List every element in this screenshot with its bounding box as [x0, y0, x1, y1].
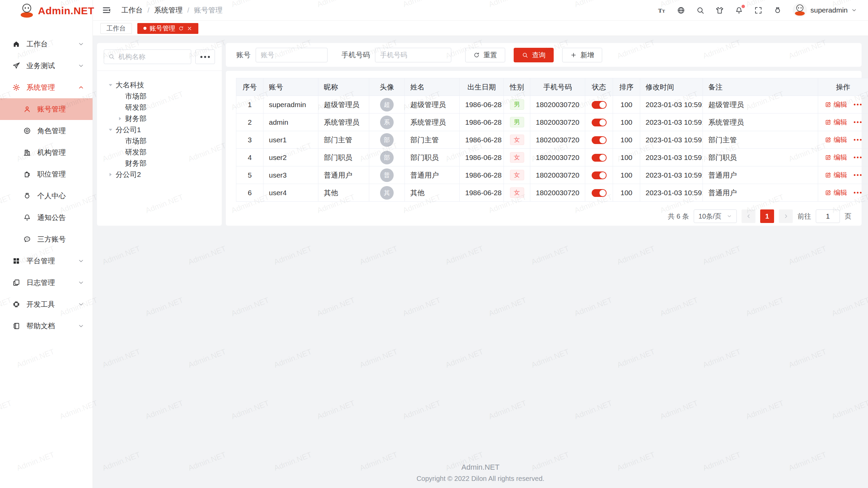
- org-more-button[interactable]: [195, 49, 215, 64]
- edit-button-label: 编辑: [834, 135, 847, 144]
- page-1-button[interactable]: 1: [760, 209, 774, 223]
- tab-active[interactable]: 账号管理: [137, 23, 198, 34]
- reset-button[interactable]: 重置: [465, 48, 505, 62]
- caret-down-icon[interactable]: [108, 82, 113, 88]
- close-icon[interactable]: [187, 26, 192, 31]
- next-page-button[interactable]: [779, 209, 793, 223]
- edit-button[interactable]: 编辑: [825, 118, 847, 127]
- tab-item[interactable]: 工作台: [100, 23, 132, 34]
- prev-page-button[interactable]: [742, 209, 755, 223]
- menu-fold-icon[interactable]: [102, 5, 111, 15]
- sidebar-item-org[interactable]: 机构管理: [0, 142, 93, 163]
- status-toggle[interactable]: [592, 189, 607, 197]
- tree-node[interactable]: 研发部: [104, 102, 215, 113]
- cell-nickname: 部门职员: [318, 149, 369, 166]
- edit-button[interactable]: 编辑: [825, 188, 847, 197]
- query-button-label: 查询: [532, 50, 546, 60]
- org-search-input[interactable]: [104, 49, 191, 64]
- edit-icon: [825, 101, 831, 108]
- page-size-select[interactable]: 10条/页: [694, 209, 737, 223]
- profile-icon[interactable]: [773, 6, 782, 15]
- brand-mascot-icon: [20, 4, 34, 18]
- column-header-account: 账号: [263, 78, 318, 96]
- column-header-modified: 修改时间: [640, 78, 703, 96]
- sidebar-item-grid[interactable]: 平台管理: [0, 250, 93, 272]
- caret-placeholder: [117, 149, 123, 155]
- edit-icon: [825, 137, 831, 143]
- org-tree-toolbar: [104, 49, 215, 64]
- query-button[interactable]: 查询: [514, 48, 554, 62]
- sidebar-item-logs[interactable]: 日志管理: [0, 272, 93, 293]
- breadcrumb-item[interactable]: 工作台: [121, 5, 143, 15]
- sidebar-item-tools[interactable]: 开发工具: [0, 293, 93, 315]
- cell-account: user3: [263, 166, 318, 184]
- caret-right-icon[interactable]: [117, 116, 123, 121]
- more-actions-button[interactable]: [854, 139, 862, 141]
- more-actions-button[interactable]: [854, 104, 862, 105]
- sidebar-item-role[interactable]: 角色管理: [0, 120, 93, 142]
- more-actions-button[interactable]: [854, 174, 862, 176]
- theme-icon[interactable]: [715, 6, 724, 15]
- tree-node[interactable]: 财务部: [104, 113, 215, 124]
- tree-node[interactable]: 研发部: [104, 146, 215, 158]
- edit-button[interactable]: 编辑: [825, 100, 847, 109]
- tree-node[interactable]: 市场部: [104, 135, 215, 146]
- search-icon[interactable]: [696, 6, 705, 15]
- cell-op: 编辑: [818, 114, 868, 131]
- sidebar-item-gear[interactable]: 系统管理: [0, 77, 93, 98]
- chevron-down-icon: [78, 258, 84, 264]
- edit-button[interactable]: 编辑: [825, 153, 847, 162]
- status-toggle[interactable]: [592, 101, 607, 109]
- row-actions: 编辑: [824, 100, 863, 109]
- goto-page-input[interactable]: [816, 209, 840, 223]
- phone-input[interactable]: [375, 48, 451, 62]
- cell-remark: 部门职员: [703, 149, 818, 166]
- status-toggle[interactable]: [592, 136, 607, 144]
- edit-button[interactable]: 编辑: [825, 135, 847, 144]
- caret-down-icon[interactable]: [108, 127, 113, 133]
- tree-node[interactable]: 分公司1: [104, 124, 215, 135]
- fullscreen-icon[interactable]: [754, 6, 763, 15]
- more-actions-button[interactable]: [854, 121, 862, 123]
- status-toggle[interactable]: [592, 171, 607, 179]
- refresh-icon[interactable]: [178, 26, 184, 31]
- sidebar-item-send[interactable]: 业务测试: [0, 55, 93, 77]
- breadcrumb-separator: /: [147, 6, 150, 14]
- search-icon: [522, 52, 528, 58]
- notification-icon[interactable]: [735, 6, 743, 15]
- more-actions-button[interactable]: [854, 192, 862, 194]
- sidebar-item-bell[interactable]: 通知公告: [0, 207, 93, 228]
- tree-node[interactable]: 大名科技: [104, 79, 215, 90]
- sidebar-item-profile[interactable]: 个人中心: [0, 185, 93, 207]
- edit-button[interactable]: 编辑: [825, 170, 847, 180]
- tree-node[interactable]: 财务部: [104, 158, 215, 169]
- cell-avatar: 超: [369, 96, 405, 114]
- sidebar-item-docs[interactable]: 帮助文档: [0, 315, 93, 337]
- user-menu[interactable]: superadmin: [793, 3, 857, 17]
- language-icon[interactable]: [677, 6, 685, 15]
- gender-tag: 男: [510, 117, 524, 128]
- chevron-down-icon: [78, 41, 84, 47]
- sidebar-item-chat[interactable]: 三方账号: [0, 228, 93, 250]
- sidebar-item-position[interactable]: 职位管理: [0, 163, 93, 185]
- cell-index: 6: [236, 184, 263, 202]
- status-toggle[interactable]: [592, 154, 607, 162]
- font-size-icon[interactable]: TT: [657, 6, 666, 15]
- add-button[interactable]: 新增: [562, 48, 602, 62]
- caret-placeholder: [117, 138, 123, 144]
- status-toggle[interactable]: [592, 119, 607, 126]
- logo[interactable]: Admin.NET: [0, 0, 93, 22]
- chevron-down-icon: [78, 323, 84, 329]
- tree-node[interactable]: 分公司2: [104, 169, 215, 180]
- cell-sort: 100: [613, 131, 640, 149]
- tree-node[interactable]: 市场部: [104, 90, 215, 102]
- sidebar-item-user[interactable]: 账号管理: [0, 98, 93, 120]
- account-input[interactable]: [256, 48, 328, 62]
- more-actions-button[interactable]: [854, 157, 862, 158]
- caret-right-icon[interactable]: [108, 172, 113, 177]
- chevron-down-icon: [851, 7, 857, 13]
- breadcrumb-item[interactable]: 系统管理: [154, 5, 183, 15]
- docs-icon: [12, 322, 20, 330]
- column-header-remark: 备注: [703, 78, 818, 96]
- sidebar-item-home[interactable]: 工作台: [0, 33, 93, 55]
